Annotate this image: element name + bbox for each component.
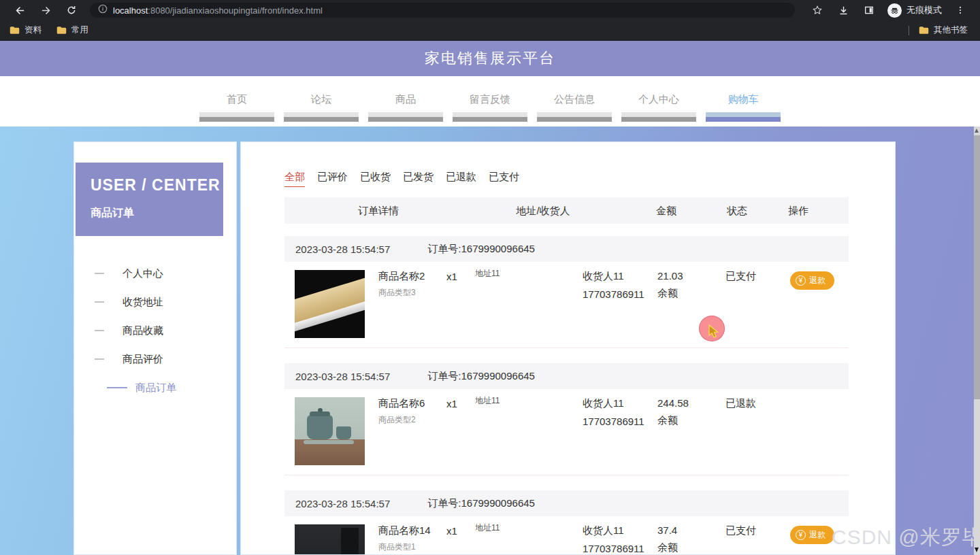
order-amount: 244.58	[657, 397, 725, 409]
filter-reviewed[interactable]: 已评价	[317, 171, 348, 186]
refund-button[interactable]: ¥ 退款	[790, 526, 834, 544]
refund-button[interactable]: ¥ 退款	[790, 271, 834, 290]
page-title: 家电销售展示平台	[425, 48, 555, 69]
sidebar-header: USER / CENTER 商品订单	[76, 163, 223, 236]
url-text: localhost:8080/jiadianxiaoshoupingtai/fr…	[113, 5, 323, 16]
order-header: 2023-03-28 15:54:57 订单号:1679990096645	[284, 490, 849, 516]
page-body: USER / CENTER 商品订单 个人中心 收货地址 商品收藏 商品评价 商…	[0, 127, 980, 555]
nav-tab-home[interactable]: 首页	[199, 93, 274, 122]
dash-icon	[95, 358, 104, 360]
product-name: 商品名称14	[378, 524, 446, 537]
action-cell: ¥ 退款	[790, 270, 849, 290]
nav-tab-cart[interactable]: 购物车	[706, 93, 781, 122]
folder-icon	[10, 26, 20, 35]
order-status-filters: 全部 已评价 已收货 已发货 已退款 已支付	[284, 171, 849, 188]
product-image[interactable]	[295, 270, 365, 338]
other-bookmarks-label: 其他书签	[934, 24, 968, 36]
sidebar-item-reviews[interactable]: 商品评价	[74, 345, 236, 373]
back-icon[interactable]	[11, 3, 29, 18]
order-amount: 37.4	[657, 524, 725, 536]
consignee-name: 收货人11	[583, 524, 657, 537]
bookmark-star-icon[interactable]	[808, 3, 826, 18]
bookmarks-bar: 资料 常用 其他书签	[0, 20, 980, 41]
scrollbar-thumb[interactable]	[974, 135, 980, 399]
order-row: 商品名称14 商品类型1 x1 地址11 收货人11 17703786911 3…	[284, 516, 849, 555]
sidebar-item-personal-center[interactable]: 个人中心	[74, 259, 236, 288]
product-name-cell: 商品名称14 商品类型1	[378, 524, 446, 553]
bookmark-label: 资料	[24, 24, 42, 36]
amount-cell: 244.58 余额	[657, 397, 725, 427]
scroll-down-icon[interactable]	[975, 548, 979, 552]
cabinet-column	[341, 528, 359, 555]
product-type: 商品类型3	[378, 287, 446, 299]
nav-tab-notices[interactable]: 公告信息	[537, 93, 612, 122]
site-info-icon[interactable]	[98, 4, 108, 16]
nav-tab-feedback[interactable]: 留言反馈	[453, 93, 527, 122]
bookmark-folder-changyong[interactable]: 常用	[56, 24, 88, 36]
consignee-name: 收货人11	[583, 397, 657, 410]
filter-refunded[interactable]: 已退款	[446, 171, 476, 186]
nav-tab-products[interactable]: 商品	[368, 93, 443, 122]
tab-underline	[706, 117, 781, 122]
nav-tab-user-center[interactable]: 个人中心	[621, 93, 696, 122]
filter-shipped[interactable]: 已发货	[403, 171, 434, 186]
incognito-icon	[887, 3, 902, 18]
order-date: 2023-03-28 15:54:57	[295, 371, 390, 382]
col-status: 状态	[727, 197, 747, 224]
filter-all[interactable]: 全部	[284, 171, 305, 187]
order-number: 订单号:1679990096645	[427, 497, 535, 510]
scroll-up-icon[interactable]	[975, 129, 979, 133]
scrollbar[interactable]	[974, 127, 980, 555]
col-action: 操作	[788, 197, 808, 224]
product-name-cell: 商品名称6 商品类型2	[378, 397, 446, 426]
col-order-detail: 订单详情	[358, 197, 399, 224]
other-bookmarks[interactable]: 其他书签	[919, 24, 968, 36]
order-address: 地址11	[475, 268, 583, 280]
sidebar-item-orders[interactable]: 商品订单	[74, 373, 236, 402]
watermark: CSDN @米罗毕设	[832, 524, 980, 552]
bookmark-label: 常用	[71, 24, 88, 36]
tab-underline	[621, 117, 696, 122]
sidebar-menu: 个人中心 收货地址 商品收藏 商品评价 商品订单	[74, 259, 236, 402]
product-image[interactable]	[295, 397, 365, 465]
tab-underline	[621, 112, 696, 117]
tab-underline	[368, 117, 443, 122]
side-panel-icon[interactable]	[860, 3, 878, 18]
product-name: 商品名称2	[378, 270, 446, 283]
product-qty: x1	[446, 397, 475, 409]
sidebar-item-favorites[interactable]: 商品收藏	[74, 316, 236, 345]
sidebar-item-shipping-address[interactable]: 收货地址	[74, 288, 236, 316]
filter-received[interactable]: 已收货	[360, 171, 391, 186]
refresh-icon[interactable]	[63, 3, 80, 18]
status-badge: 已支付	[725, 524, 790, 537]
pay-method: 余额	[657, 414, 725, 427]
folder-icon	[919, 26, 929, 35]
kettle-lid	[310, 411, 330, 416]
tab-underline	[199, 117, 274, 122]
download-icon[interactable]	[834, 3, 852, 18]
bookmark-folder-zliao[interactable]: 资料	[10, 24, 42, 36]
tab-underline	[706, 112, 781, 117]
forward-icon[interactable]	[37, 3, 54, 18]
kettle-cup	[336, 426, 351, 439]
main-nav: 首页 论坛 商品 留言反馈 公告信息 个人中心 购物车	[0, 76, 980, 127]
sidebar-title: USER / CENTER	[91, 176, 223, 195]
order-section: 2023-03-28 15:54:57 订单号:1679990096645 商品…	[284, 363, 849, 475]
incognito-label: 无痕模式	[906, 4, 942, 16]
nav-tab-forum[interactable]: 论坛	[284, 93, 359, 122]
filter-paid[interactable]: 已支付	[489, 171, 519, 186]
kebab-menu-icon[interactable]	[951, 3, 969, 18]
consignee-cell: 收货人11 17703786911	[583, 270, 657, 300]
url-bar[interactable]: localhost:8080/jiadianxiaoshoupingtai/fr…	[90, 3, 795, 18]
order-date: 2023-03-28 15:54:57	[295, 498, 390, 509]
cursor-icon	[708, 324, 720, 341]
product-image[interactable]	[295, 524, 365, 555]
kettle-knob	[318, 408, 323, 412]
kettle-pot	[307, 415, 333, 439]
product-qty: x1	[446, 270, 475, 282]
product-type: 商品类型1	[378, 541, 446, 553]
order-number: 订单号:1679990096645	[427, 370, 535, 383]
order-address: 地址11	[475, 395, 583, 407]
sidebar-subtitle: 商品订单	[91, 206, 223, 220]
tab-underline	[453, 117, 527, 122]
